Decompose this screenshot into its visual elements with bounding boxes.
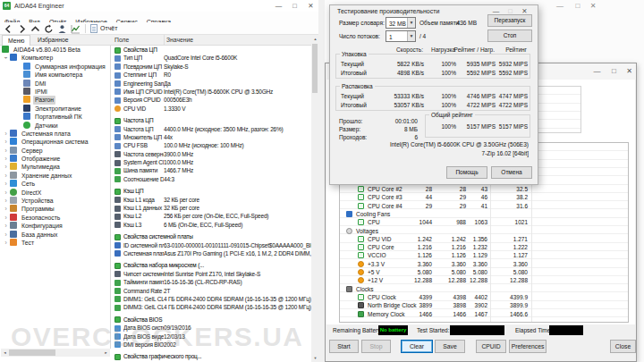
sensor-row[interactable]: CPU Core #228284332.5 <box>340 185 628 193</box>
tree-expander-icon[interactable]: › <box>2 231 10 239</box>
grid-row[interactable]: Кэш L1 данных32 КБ per core <box>112 204 311 212</box>
cpuid-button[interactable]: CPUID <box>476 340 506 353</box>
tree-expander-icon[interactable]: › <box>2 180 10 188</box>
clear-button[interactable]: Clear <box>401 340 433 353</box>
sensor-row[interactable]: North Bridge Clock3899389839023899.9 <box>340 301 628 309</box>
grid-row[interactable]: Тип ЦПQuadCore Intel Core i5-6600K <box>112 54 311 62</box>
back-icon[interactable] <box>4 24 13 34</box>
grid-row[interactable]: DMI версия BIOS2002 <box>112 341 311 349</box>
tree-item-display[interactable]: ›Отображение <box>0 155 110 163</box>
stop-button[interactable]: Стоп <box>487 29 532 42</box>
grid-row[interactable]: Тайминги памяти16-16-16-36 (CL-RCD-RP-RA… <box>112 278 311 286</box>
tree-expander-icon[interactable]: › <box>2 155 10 163</box>
tree-item-summary[interactable]: Суммарная информация <box>0 63 110 71</box>
grid-row[interactable]: System Agent Clock1000.0 MHz <box>112 158 311 166</box>
save-button[interactable]: Save <box>435 340 465 353</box>
scroll-left-icon[interactable]: ◄ <box>1 349 9 357</box>
grid-row[interactable]: Версия CPUID000506E3h <box>112 96 311 104</box>
sensor-row[interactable]: Clocks <box>340 285 628 293</box>
tree-item-server[interactable]: ›Сервер <box>0 147 110 155</box>
sensor-row[interactable]: +5 V5.0805.0805.0805.080 <box>340 268 628 276</box>
tree-item-computer-name[interactable]: Имя компьютера <box>0 71 110 79</box>
cancel-button[interactable]: Отмена <box>491 166 532 179</box>
tree-expander-icon[interactable]: › <box>2 172 10 180</box>
sensor-row[interactable]: Voltages <box>340 227 628 235</box>
grid-row[interactable]: Чипсет системной платыIntel Sunrise Poin… <box>112 270 311 278</box>
scrollbar-thumb[interactable] <box>9 349 55 356</box>
tree-expander-icon[interactable]: › <box>2 222 10 230</box>
tree-item-computer[interactable]: ›Компьютер <box>0 54 110 62</box>
grid-vertical-scrollbar[interactable]: ▲ ▼ <box>311 35 318 362</box>
grid-row[interactable]: Псевдоним ЦПSkylake-S <box>112 63 311 71</box>
tree-item-motherboard[interactable]: ›Системная плата <box>0 130 110 138</box>
help-button[interactable]: Помощь <box>446 166 487 179</box>
close-icon[interactable]: ✕ <box>623 67 636 76</box>
tree-expander-icon[interactable]: › <box>2 214 10 222</box>
restart-button[interactable]: Перезапуск <box>487 14 532 27</box>
scrollbar-thumb[interactable] <box>312 44 318 93</box>
tree-item-laptop[interactable]: Портативный ПК <box>0 113 110 121</box>
tree-item-directx[interactable]: ›DirectX <box>0 189 110 197</box>
tree-item-config[interactable]: ›Конфигурация <box>0 222 110 230</box>
maximize-icon[interactable]: □ <box>607 67 621 76</box>
tree-expander-icon[interactable]: › <box>2 189 10 197</box>
grid-row[interactable]: Кэш L1 кода32 КБ per core <box>112 196 311 204</box>
sensor-row[interactable]: CPU Core #429294131.6 <box>340 202 628 210</box>
grid-row[interactable]: DIMM3: GeIL CL16-16-16 D4...4 ГБ DDR4-24… <box>112 303 311 311</box>
sensor-row[interactable]: +3.3 V3.3603.3603.3603.360 <box>340 260 628 268</box>
bg-maximize-icon[interactable]: □ <box>571 2 585 11</box>
forward-icon[interactable] <box>17 24 27 34</box>
tree-expander-icon[interactable]: › <box>2 205 10 213</box>
grid-row[interactable]: Кэш L2256 КБ per core (On-Die, ECC, Full… <box>112 212 311 220</box>
grid-row[interactable]: Дата BIOS видеоадаптера12/03/13 <box>112 333 311 341</box>
grid-row[interactable]: Шина памяти1466.7 MHz <box>112 166 311 174</box>
tree-item-dmi[interactable]: DMI <box>0 80 110 88</box>
start-button[interactable]: Start <box>329 340 359 353</box>
dictionary-size-select[interactable]: 32 MB ▼ <box>386 17 416 29</box>
tree-expander-icon[interactable]: › <box>2 130 10 138</box>
report-icon[interactable] <box>90 24 97 33</box>
tree-expander-icon[interactable]: › <box>2 239 10 247</box>
scroll-right-icon[interactable]: ► <box>102 349 110 357</box>
tree-item-overclock[interactable]: Разгон <box>0 96 110 104</box>
tree-expander-icon[interactable]: › <box>2 197 10 205</box>
grid-row[interactable]: ID системной платы63-0100-000001-0010111… <box>112 241 311 249</box>
close-button[interactable]: Close <box>610 340 636 353</box>
grid-row[interactable]: Кэш L36 МБ (On-Die, ECC, Full-Speed) <box>112 221 311 229</box>
grid-row[interactable]: Command Rate (CR)2T <box>112 287 311 295</box>
grid-row[interactable]: Множитель ЦП44x <box>112 133 311 141</box>
main-maximize-icon[interactable]: □ <box>287 1 302 11</box>
grid-row[interactable]: Дата BIOS системы09/19/2016 <box>112 324 311 332</box>
tree-item-security[interactable]: ›Безопасность <box>0 214 110 222</box>
tree-item-programs[interactable]: ›Программы <box>0 205 110 213</box>
tree-expander-icon[interactable]: › <box>2 163 10 171</box>
tab-menu[interactable]: Меню <box>2 35 30 46</box>
tree-item-database[interactable]: ›База данных <box>0 231 110 239</box>
sensor-row[interactable]: CPU Core1.2161.2161.2321.222 <box>340 243 628 251</box>
bg-minimize-icon[interactable]: — <box>553 2 567 11</box>
tree-expander-icon[interactable]: › <box>2 55 10 63</box>
grid-row[interactable]: CPU FSB100.0 MHz (исходное: 100 MHz) <box>112 141 311 149</box>
sensor-row[interactable]: VCCIO1.1261.1261.1291.127 <box>340 251 628 259</box>
tree-item-power[interactable]: Электропитание <box>0 105 110 113</box>
grid-row[interactable]: Engineering SampleДа <box>112 80 311 88</box>
bg-close-icon[interactable]: ✕ <box>586 2 600 11</box>
tree-item-devices[interactable]: ›Устройства <box>0 197 110 205</box>
grid-row[interactable]: Частота северного моста3900.0 MHz <box>112 150 311 158</box>
column-header-value[interactable]: Значение <box>164 35 193 46</box>
grid-row[interactable]: Соотношение DRAM:FSB44:3 <box>112 175 311 183</box>
preferences-button[interactable]: Preferences <box>509 340 547 353</box>
tree-item-storage[interactable]: ›Хранение данных <box>0 172 110 180</box>
up-icon[interactable] <box>30 24 40 34</box>
grid-row[interactable]: Системная платаAsus Z170I Pro Gaming (1 … <box>112 249 311 257</box>
tree-expander-icon[interactable]: › <box>2 147 10 155</box>
main-titlebar[interactable]: 64 AIDA64 Engineer — □ ✕ <box>0 0 324 12</box>
tree-item-test[interactable]: ›Тест <box>0 239 110 247</box>
sensor-row[interactable]: CPU104498810631021 <box>340 218 628 226</box>
user-icon[interactable] <box>57 24 67 34</box>
grid-row[interactable]: Частота ЦП4400.0 MHz (исходное: 3500 MHz… <box>112 125 311 133</box>
tab-favorites[interactable]: Избранное <box>32 35 73 46</box>
sensor-row[interactable]: CPU Core #344294638.2 <box>340 193 628 201</box>
sensor-row[interactable]: Cooling Fans <box>340 210 628 218</box>
main-minimize-icon[interactable]: — <box>271 1 286 11</box>
